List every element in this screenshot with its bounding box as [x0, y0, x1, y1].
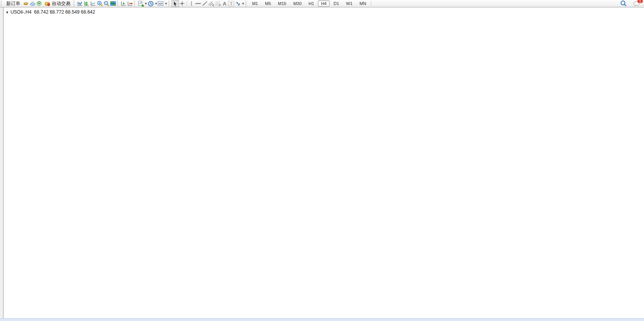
auto-trading-label: 自动交易 — [52, 0, 70, 7]
notification-badge: 1 — [637, 0, 643, 4]
new-order-button[interactable]: 新订单 — [4, 0, 23, 7]
timeframe-button-m1[interactable]: M1 — [249, 0, 261, 7]
chart-canvas[interactable] — [0, 7, 644, 321]
fibonacci-icon[interactable]: F — [215, 0, 221, 7]
auto-scroll-icon[interactable] — [120, 0, 127, 7]
toolbar-grip[interactable] — [74, 1, 76, 6]
timeframe-button-m5[interactable]: M5 — [262, 0, 274, 7]
templates-icon[interactable] — [158, 0, 164, 7]
tile-windows-icon[interactable] — [110, 0, 116, 7]
timeframe-button-w1[interactable]: W1 — [343, 0, 356, 7]
periods-icon[interactable] — [147, 0, 154, 7]
timeframe-button-d1[interactable]: D1 — [330, 0, 342, 7]
ohlc-label: 68.742 68.772 68.549 68.642 — [34, 9, 95, 15]
text-tool-icon[interactable]: A — [221, 0, 228, 7]
svg-text:T: T — [230, 2, 232, 6]
timeframe-button-h1[interactable]: H1 — [305, 0, 317, 7]
signals-icon[interactable] — [36, 0, 42, 7]
timeframe-button-m30[interactable]: M30 — [290, 0, 305, 7]
auto-trading-button[interactable]: 自动交易 — [42, 0, 73, 7]
publish-icon[interactable] — [29, 0, 36, 7]
bar-chart-icon[interactable] — [77, 0, 83, 7]
trendline-icon[interactable] — [202, 0, 208, 7]
toolbar-grip[interactable] — [168, 1, 171, 6]
line-chart-icon[interactable] — [90, 0, 97, 7]
toolbar-separator — [371, 1, 371, 6]
chart-menu-icon[interactable]: ▼ — [5, 11, 9, 14]
chat-icon[interactable]: 1 — [632, 0, 641, 7]
chart-title: ▼USOil-,H4 68.742 68.772 68.549 68.642 — [5, 9, 95, 15]
timeframe-button-m15[interactable]: M15 — [275, 0, 289, 7]
timeframe-button-h4[interactable]: H4 — [318, 0, 330, 7]
toolbar-grip[interactable] — [246, 1, 248, 6]
toolbar-grip[interactable] — [117, 1, 119, 6]
toolbar-grip[interactable] — [134, 1, 137, 6]
candlestick-chart-icon[interactable] — [83, 0, 90, 7]
horizontal-line-icon[interactable] — [195, 0, 202, 7]
vertical-line-icon[interactable] — [188, 0, 195, 7]
templates-caret-icon[interactable]: ▼ — [165, 2, 168, 5]
zoom-in-icon[interactable] — [97, 0, 103, 7]
cursor-icon[interactable] — [172, 0, 179, 7]
symbol-period-label: USOil-,H4 — [11, 9, 32, 15]
toolbar-separator — [187, 1, 187, 6]
crosshair-icon[interactable] — [179, 0, 186, 7]
arrows-caret-icon[interactable]: ▼ — [242, 2, 245, 5]
zoom-out-icon[interactable] — [103, 0, 110, 7]
status-bar — [0, 318, 644, 321]
timeframe-button-mn[interactable]: MN — [356, 0, 369, 7]
timeframe-group: M1M5M15M30H1H4D1W1MN — [249, 0, 370, 7]
arrows-tool-icon[interactable] — [235, 0, 241, 7]
periods-caret-icon[interactable]: ▼ — [154, 2, 158, 5]
text-label-tool-icon[interactable]: T — [228, 0, 235, 7]
indicators-caret-icon[interactable]: ▼ — [144, 2, 147, 5]
indicators-icon[interactable] — [137, 0, 144, 7]
chart-shift-icon[interactable] — [127, 0, 133, 7]
toolbar: 新订单 自动交易 ▼ ▼ ▼ — [0, 0, 644, 7]
equidistant-channel-icon[interactable]: E — [208, 0, 215, 7]
toolbar-grip[interactable] — [1, 1, 3, 6]
market-watch-icon[interactable] — [23, 0, 29, 7]
search-icon[interactable] — [620, 0, 627, 7]
